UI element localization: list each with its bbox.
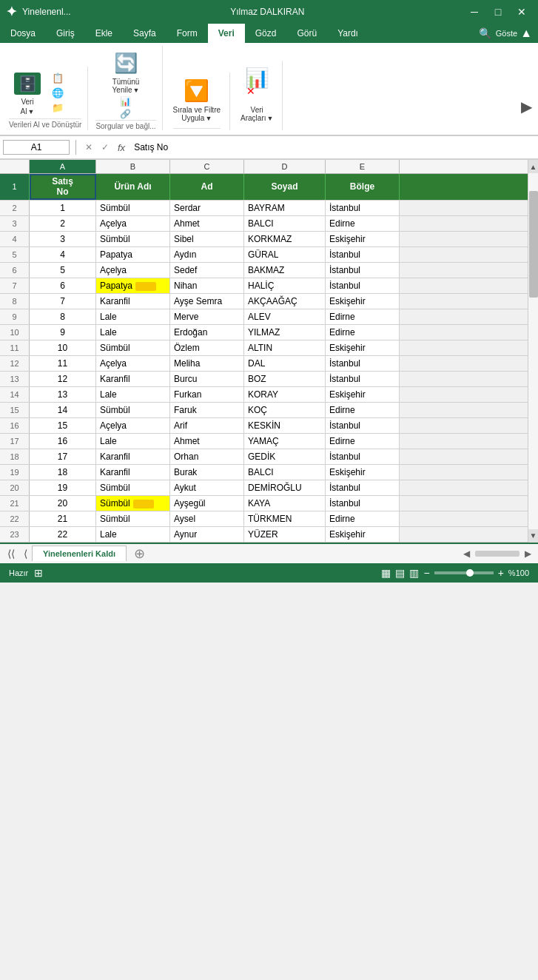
cell-b-22[interactable]: Sümbül	[96, 511, 170, 526]
cell-c-12[interactable]: Meliha	[170, 356, 244, 371]
cell-e-14[interactable]: Eskişehir	[326, 387, 400, 402]
cell-a-11[interactable]: 10	[30, 340, 96, 355]
cell-d-10[interactable]: YILMAZ	[244, 325, 326, 340]
cell-d-7[interactable]: HALİÇ	[244, 278, 326, 293]
scroll-thumb[interactable]	[529, 191, 538, 298]
cell-a-23[interactable]: 22	[30, 527, 96, 542]
cell-d-17[interactable]: YAMAÇ	[244, 434, 326, 449]
cell-b-11[interactable]: Sümbül	[96, 340, 170, 355]
cell-e-22[interactable]: Edirne	[326, 511, 400, 526]
tumunu-yenile-button[interactable]: 🔄	[110, 49, 142, 78]
veri-al-button[interactable]: 🗄️ Veri Al▼	[9, 70, 46, 118]
cell-b-7[interactable]: Papatya	[96, 278, 170, 293]
header-cell-e[interactable]: Bölge	[326, 174, 400, 200]
view-normal-icon[interactable]: ▦	[381, 567, 391, 579]
cell-a-15[interactable]: 14	[30, 403, 96, 417]
cell-c-13[interactable]: Burcu	[170, 372, 244, 386]
cell-c-21[interactable]: Ayşegül	[170, 496, 244, 511]
cell-d-8[interactable]: AKÇAAĞAÇ	[244, 294, 326, 309]
cell-d-11[interactable]: ALTIN	[244, 340, 326, 355]
cell-d-14[interactable]: KORAY	[244, 387, 326, 402]
cell-c-3[interactable]: Ahmet	[170, 216, 244, 231]
cell-c-11[interactable]: Özlem	[170, 340, 244, 355]
header-cell-c[interactable]: Ad	[170, 174, 244, 200]
cell-c-2[interactable]: Serdar	[170, 201, 244, 215]
col-header-d[interactable]: D	[244, 160, 326, 173]
ribbon-expand-arrow[interactable]: ▶	[521, 98, 532, 130]
cell-b-12[interactable]: Açelya	[96, 356, 170, 371]
cell-e-19[interactable]: Eskişehir	[326, 465, 400, 480]
sheet-tab-main[interactable]: Yinelenenleri Kaldı	[32, 546, 127, 561]
cell-b-13[interactable]: Karanfil	[96, 372, 170, 386]
cell-a-16[interactable]: 15	[30, 418, 96, 433]
small-btn-3[interactable]: 📁	[49, 101, 67, 115]
cell-a-10[interactable]: 9	[30, 325, 96, 340]
cell-b-10[interactable]: Lale	[96, 325, 170, 340]
cell-c-23[interactable]: Aynur	[170, 527, 244, 542]
cell-b-6[interactable]: Açelya	[96, 263, 170, 278]
cell-d-22[interactable]: TÜRKMEN	[244, 511, 326, 526]
cell-b-15[interactable]: Sümbül	[96, 403, 170, 417]
cell-e-8[interactable]: Eskişehir	[326, 294, 400, 309]
cell-a-8[interactable]: 7	[30, 294, 96, 309]
cell-d-4[interactable]: KORKMAZ	[244, 232, 326, 246]
cell-d-15[interactable]: KOÇ	[244, 403, 326, 417]
tab-giris[interactable]: Giriş	[46, 24, 85, 43]
cell-e-17[interactable]: Edirne	[326, 434, 400, 449]
cell-a-9[interactable]: 8	[30, 309, 96, 324]
cell-e-16[interactable]: İstanbul	[326, 418, 400, 433]
cell-e-18[interactable]: İstanbul	[326, 449, 400, 464]
cell-b-3[interactable]: Açelya	[96, 216, 170, 231]
cell-a-7[interactable]: 6	[30, 278, 96, 293]
cell-e-10[interactable]: Edirne	[326, 325, 400, 340]
tab-gozd[interactable]: Gözd	[245, 24, 287, 43]
cell-e-5[interactable]: İstanbul	[326, 247, 400, 262]
zoom-minus-icon[interactable]: −	[423, 567, 429, 579]
formula-cancel-button[interactable]: ✕	[82, 142, 95, 152]
cell-e-2[interactable]: İstanbul	[326, 201, 400, 215]
header-cell-a[interactable]: Satış No	[30, 174, 96, 200]
cell-b-21[interactable]: Sümbül	[96, 496, 170, 511]
small-btn-link[interactable]: 🔗	[117, 108, 134, 120]
cell-c-9[interactable]: Merve	[170, 309, 244, 324]
tab-goru[interactable]: Görü	[286, 24, 327, 43]
veri-araclari-button[interactable]: 📊 ✕	[241, 64, 273, 106]
tab-form[interactable]: Form	[167, 24, 208, 43]
cell-c-8[interactable]: Ayşe Semra	[170, 294, 244, 309]
cell-e-7[interactable]: İstanbul	[326, 278, 400, 293]
cell-c-14[interactable]: Furkan	[170, 387, 244, 402]
name-box[interactable]: A1	[3, 140, 70, 155]
cell-b-23[interactable]: Lale	[96, 527, 170, 542]
cell-d-19[interactable]: BALCI	[244, 465, 326, 480]
right-scrollbar[interactable]: ▲ ▼	[528, 160, 538, 543]
col-header-e[interactable]: E	[326, 160, 400, 173]
restore-button[interactable]: □	[488, 4, 508, 19]
cell-c-16[interactable]: Arif	[170, 418, 244, 433]
sheet-nav-first[interactable]: ⟨⟨	[3, 548, 19, 560]
cell-a-19[interactable]: 18	[30, 465, 96, 480]
small-btn-2[interactable]: 🌐	[49, 86, 67, 100]
cell-a-22[interactable]: 21	[30, 511, 96, 526]
cell-b-8[interactable]: Karanfil	[96, 294, 170, 309]
cell-b-5[interactable]: Papatya	[96, 247, 170, 262]
ribbon-expand-icon[interactable]: ▲	[520, 27, 532, 40]
view-page-icon[interactable]: ▥	[409, 567, 419, 579]
cell-d-3[interactable]: BALCI	[244, 216, 326, 231]
cell-c-18[interactable]: Orhan	[170, 449, 244, 464]
zoom-plus-icon[interactable]: +	[498, 567, 504, 579]
cell-c-22[interactable]: Aysel	[170, 511, 244, 526]
cell-a-12[interactable]: 11	[30, 356, 96, 371]
view-layout-icon[interactable]: ▤	[395, 567, 405, 579]
cell-a-17[interactable]: 16	[30, 434, 96, 449]
header-cell-b[interactable]: Ürün Adı	[96, 174, 170, 200]
cell-d-20[interactable]: DEMİROĞLU	[244, 480, 326, 495]
scroll-track[interactable]	[528, 173, 539, 529]
cell-a-3[interactable]: 2	[30, 216, 96, 231]
col-header-b[interactable]: B	[96, 160, 170, 173]
cell-e-13[interactable]: İstanbul	[326, 372, 400, 386]
search-icon[interactable]: 🔍	[479, 27, 491, 39]
tab-yardi[interactable]: Yardı	[327, 24, 369, 43]
scroll-left-icon[interactable]: ◀	[460, 548, 474, 559]
cell-e-3[interactable]: Edirne	[326, 216, 400, 231]
cell-e-21[interactable]: İstanbul	[326, 496, 400, 511]
